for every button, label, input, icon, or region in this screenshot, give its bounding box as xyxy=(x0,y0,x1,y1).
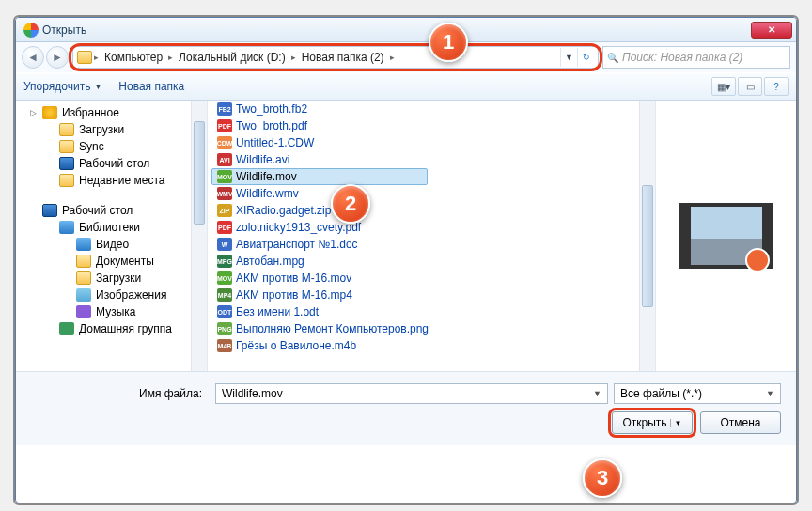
preview-pane-button[interactable]: ▭ xyxy=(738,77,762,96)
file-row[interactable]: AVIWildlife.avi xyxy=(211,151,651,168)
crumb-computer[interactable]: Компьютер xyxy=(101,51,166,64)
file-row[interactable]: MOVАКМ против М-16.mov xyxy=(211,270,651,286)
file-row[interactable]: MP4АКМ против М-16.mp4 xyxy=(211,286,651,303)
forward-button[interactable]: ► xyxy=(46,46,69,69)
file-row[interactable]: CDWUntitled-1.CDW xyxy=(211,134,651,151)
file-icon: ODT xyxy=(217,305,232,318)
file-name: Автобан.mpg xyxy=(236,255,304,268)
file-row[interactable]: PDFTwo_broth.pdf xyxy=(211,117,651,134)
preview-pane xyxy=(655,101,796,371)
nav-scrollbar[interactable] xyxy=(191,101,207,371)
step-badge-2: 2 xyxy=(331,184,370,224)
nav-recent[interactable]: Недавние места xyxy=(16,172,207,189)
open-dialog: Открыть ✕ ◄ ► ▸ Компьютер ▸ Локальный ди… xyxy=(15,17,797,503)
nav-homegroup[interactable]: Домашняя группа xyxy=(16,320,207,337)
bottom-panel: Имя файла: Wildlife.mov▼ Все файлы (*.*)… xyxy=(16,371,796,445)
file-name: Авиатранспорт №1.doc xyxy=(236,238,358,251)
file-name: Без имени 1.odt xyxy=(236,305,319,318)
file-name: АКМ против М-16.mov xyxy=(236,271,351,285)
file-icon: FB2 xyxy=(217,102,232,116)
file-name: Выполняю Ремонт Компьютеров.png xyxy=(236,322,429,335)
file-icon: M4B xyxy=(217,339,232,352)
file-name: Two_broth.pdf xyxy=(236,119,307,132)
filename-input[interactable]: Wildlife.mov▼ xyxy=(215,383,608,404)
file-name: Wildlife.wmv xyxy=(236,187,299,200)
file-row[interactable]: PDFzolotnicky1913_cvety.pdf xyxy=(211,219,651,236)
view-mode-button[interactable]: ▦▾ xyxy=(711,77,736,96)
file-name: Wildlife.avi xyxy=(236,153,289,166)
file-row[interactable]: MPGАвтобан.mpg xyxy=(211,253,651,270)
file-icon: PDF xyxy=(217,119,232,132)
nav-libraries[interactable]: Библиотеки xyxy=(16,219,207,236)
file-scrollbar[interactable] xyxy=(639,101,655,371)
search-input[interactable]: Поиск: Новая папка (2) xyxy=(602,46,790,69)
music-icon xyxy=(76,305,91,318)
chrome-icon xyxy=(23,23,39,38)
crumb-folder[interactable]: Новая папка (2) xyxy=(298,51,388,64)
close-button[interactable]: ✕ xyxy=(751,22,792,39)
nav-images[interactable]: Изображения xyxy=(16,286,207,303)
file-row[interactable]: ODTБез имени 1.odt xyxy=(211,303,651,320)
nav-video[interactable]: Видео xyxy=(16,236,207,253)
address-bar[interactable]: ▸ Компьютер ▸ Локальный диск (D:) ▸ Нова… xyxy=(72,46,599,69)
video-thumbnail xyxy=(679,203,773,269)
crumb-drive[interactable]: Локальный диск (D:) xyxy=(175,51,289,64)
window-title: Открыть xyxy=(42,23,751,37)
nav-music[interactable]: Музыка xyxy=(16,303,207,320)
folder-icon xyxy=(59,123,74,136)
file-row[interactable]: M4BГрёзы о Вавилоне.m4b xyxy=(211,337,651,354)
open-button[interactable]: Открыть▼ xyxy=(612,411,693,434)
images-icon xyxy=(76,288,91,302)
step-badge-1: 1 xyxy=(429,23,468,62)
file-icon: MPG xyxy=(217,255,232,268)
addr-dropdown[interactable]: ▼ xyxy=(560,48,577,67)
titlebar: Открыть ✕ xyxy=(16,18,796,42)
file-icon: CDW xyxy=(217,136,232,149)
desktop-icon xyxy=(59,157,74,170)
refresh-button[interactable]: ↻ xyxy=(577,48,594,67)
help-button[interactable]: ? xyxy=(764,77,789,96)
file-row[interactable]: MOVWildlife.mov xyxy=(211,168,428,185)
organize-button[interactable]: Упорядочить▼ xyxy=(23,80,102,93)
file-icon: PNG xyxy=(217,322,232,335)
folder-icon xyxy=(77,51,92,64)
file-name: Untitled-1.CDW xyxy=(236,136,314,149)
file-icon: ZIP xyxy=(217,204,232,217)
file-row[interactable]: PNGВыполняю Ремонт Компьютеров.png xyxy=(211,320,651,337)
nav-downloads[interactable]: Загрузки xyxy=(16,121,207,138)
video-icon xyxy=(76,238,91,251)
recent-icon xyxy=(59,174,74,187)
file-row[interactable]: FB2Two_broth.fb2 xyxy=(211,101,651,117)
file-icon: PDF xyxy=(217,221,232,234)
nav-documents[interactable]: Документы xyxy=(16,253,207,270)
file-icon: AVI xyxy=(217,153,232,166)
nav-downloads2[interactable]: Загрузки xyxy=(16,270,207,286)
file-name: Грёзы о Вавилоне.m4b xyxy=(236,339,356,352)
file-icon: MOV xyxy=(217,170,232,183)
file-name: АКМ против М-16.mp4 xyxy=(236,288,352,302)
nav-desktop[interactable]: Рабочий стол xyxy=(16,155,207,172)
libraries-icon xyxy=(59,221,74,234)
file-icon: MP4 xyxy=(217,288,232,302)
file-icon: W xyxy=(217,238,232,251)
nav-favorites[interactable]: ▷Избранное xyxy=(16,104,207,121)
file-name: Two_broth.fb2 xyxy=(236,102,307,116)
file-row[interactable]: WАвиатранспорт №1.doc xyxy=(211,236,651,253)
file-row[interactable]: ZIPXIRadio.gadget.zip xyxy=(211,202,651,219)
desktop-icon xyxy=(42,204,57,217)
toolbar: Упорядочить▼ Новая папка ▦▾ ▭ ? xyxy=(16,72,796,101)
documents-icon xyxy=(76,255,91,268)
filename-label: Имя файла: xyxy=(16,387,210,400)
file-row[interactable]: WMVWildlife.wmv xyxy=(211,185,651,202)
file-list: FB2Two_broth.fb2PDFTwo_broth.pdfCDWUntit… xyxy=(208,101,655,371)
filetype-filter[interactable]: Все файлы (*.*)▼ xyxy=(614,383,781,404)
nav-row: ◄ ► ▸ Компьютер ▸ Локальный диск (D:) ▸ … xyxy=(16,42,796,72)
file-icon: WMV xyxy=(217,187,232,200)
back-button[interactable]: ◄ xyxy=(22,46,44,69)
star-icon xyxy=(42,106,57,119)
nav-desktop2[interactable]: Рабочий стол xyxy=(16,202,207,219)
file-icon: MOV xyxy=(217,271,232,285)
nav-sync[interactable]: Sync xyxy=(16,138,207,155)
new-folder-button[interactable]: Новая папка xyxy=(118,80,184,93)
cancel-button[interactable]: Отмена xyxy=(700,411,781,434)
